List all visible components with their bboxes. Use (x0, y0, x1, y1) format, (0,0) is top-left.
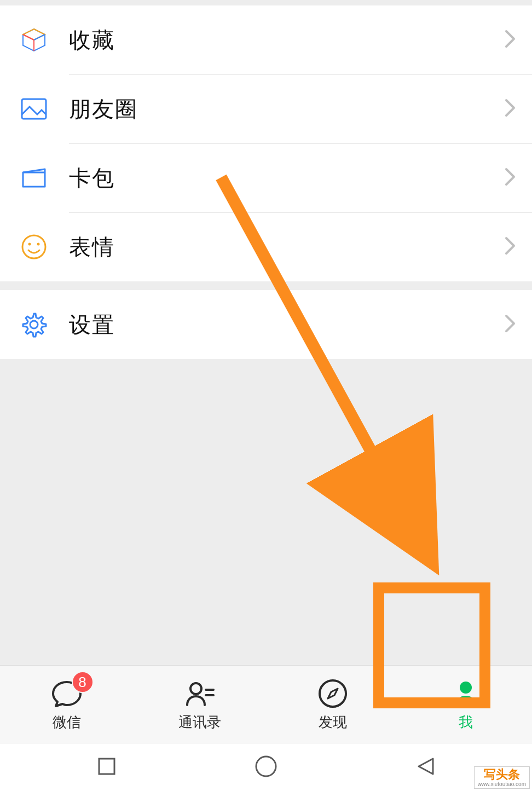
watermark-url: www.xietoutiao.com (478, 781, 526, 787)
contacts-icon (184, 678, 216, 709)
menu-label: 朋友圈 (69, 94, 505, 124)
menu-group-1: 收藏 朋友圈 卡包 (0, 5, 532, 281)
tab-label: 微信 (53, 713, 81, 732)
svg-point-11 (256, 757, 276, 776)
image-icon (21, 96, 47, 122)
svg-point-3 (37, 243, 40, 246)
tab-label: 通讯录 (178, 713, 221, 732)
gear-icon (21, 311, 47, 338)
svg-point-2 (28, 243, 31, 246)
svg-point-5 (190, 683, 201, 694)
section-spacer (0, 281, 532, 290)
watermark: 写头条 www.xietoutiao.com (474, 766, 530, 789)
tab-discover[interactable]: 发现 (266, 666, 399, 744)
tab-me[interactable]: 我 (399, 666, 532, 744)
unread-badge: 8 (72, 671, 94, 693)
chevron-right-icon (505, 99, 516, 119)
watermark-title: 写头条 (478, 768, 526, 781)
menu-item-favorites[interactable]: 收藏 (0, 5, 532, 74)
smiley-icon (21, 234, 47, 260)
nav-recent-icon[interactable] (96, 755, 118, 780)
menu-group-2: 设置 (0, 290, 532, 359)
svg-point-8 (320, 680, 346, 707)
tab-contacts[interactable]: 通讯录 (133, 666, 266, 744)
menu-label: 卡包 (69, 163, 505, 193)
me-page: 收藏 朋友圈 卡包 (0, 0, 532, 791)
chevron-right-icon (505, 236, 516, 257)
tab-label: 我 (459, 713, 473, 732)
content-filler (0, 359, 532, 665)
menu-label: 设置 (69, 310, 505, 340)
svg-point-1 (22, 235, 45, 258)
svg-rect-10 (99, 759, 114, 774)
system-nav-bar (0, 744, 532, 791)
compass-icon (317, 678, 349, 709)
menu-item-stickers[interactable]: 表情 (0, 212, 532, 281)
bottom-tab-bar: 8 微信 通讯录 发现 (0, 665, 532, 744)
chevron-right-icon (505, 314, 516, 335)
menu-label: 收藏 (69, 25, 505, 55)
chevron-right-icon (505, 168, 516, 188)
menu-item-cards[interactable]: 卡包 (0, 143, 532, 212)
top-gap (0, 0, 532, 5)
tab-chats[interactable]: 8 微信 (0, 666, 133, 744)
svg-point-9 (460, 682, 472, 694)
cube-icon (21, 27, 47, 53)
person-icon (450, 678, 482, 709)
nav-back-icon[interactable] (414, 755, 436, 780)
wallet-icon (21, 165, 47, 191)
nav-home-icon[interactable] (254, 754, 278, 781)
svg-point-4 (30, 321, 38, 328)
menu-label: 表情 (69, 232, 505, 262)
chevron-right-icon (505, 30, 516, 50)
chat-bubble-icon: 8 (51, 678, 83, 709)
tab-label: 发现 (319, 713, 347, 732)
svg-rect-0 (22, 99, 46, 119)
menu-item-settings[interactable]: 设置 (0, 290, 532, 359)
menu-item-moments[interactable]: 朋友圈 (0, 74, 532, 143)
